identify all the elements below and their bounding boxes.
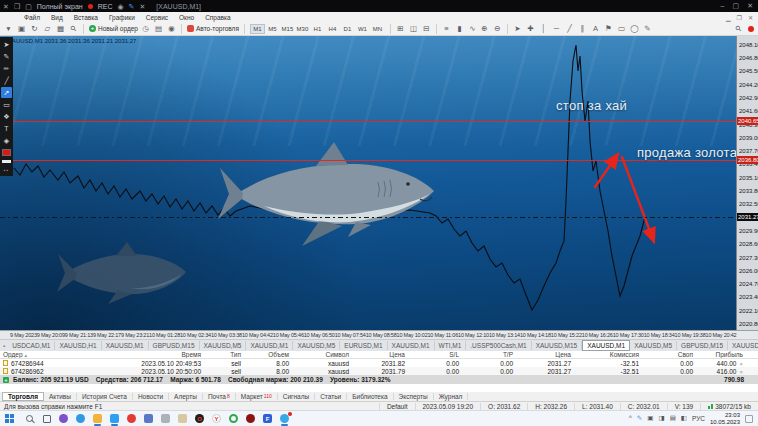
tray-expand-icon[interactable]: ^ xyxy=(629,415,632,422)
blur-tool-icon[interactable]: ❖ xyxy=(1,111,12,122)
arrange-vertical-icon[interactable]: ⊟ xyxy=(422,25,431,33)
menu-item-вид[interactable]: Вид xyxy=(51,14,63,21)
chart-tab[interactable]: XAUUSD,M5 xyxy=(293,341,340,350)
tile-windows-icon[interactable]: ▦ xyxy=(56,25,65,33)
window-region-icon[interactable]: ❒ xyxy=(14,3,20,10)
rectangle-tool-icon[interactable]: ▭ xyxy=(1,99,12,110)
child-close-icon[interactable]: ✕ xyxy=(748,14,753,21)
app-gray-window[interactable] xyxy=(161,414,170,423)
line-tool-icon[interactable]: ╱ xyxy=(1,75,12,86)
column-header[interactable]: Прибыль xyxy=(696,351,746,358)
tray-volume-icon[interactable]: ◧ xyxy=(681,415,687,422)
taskbar-search-icon[interactable] xyxy=(26,415,33,422)
recorder-close-icon[interactable]: ✕ xyxy=(3,3,9,10)
column-header[interactable]: Своп xyxy=(642,351,696,358)
column-header[interactable]: Символ xyxy=(292,351,352,358)
toolbox-tab-торговля[interactable]: Торговля xyxy=(2,392,44,401)
toolbox-tab-библиотека[interactable]: Библиотека xyxy=(347,393,393,400)
tray-language[interactable]: РУС xyxy=(692,415,705,422)
search-icon[interactable]: ⚲ xyxy=(733,23,745,35)
toolbox-tab-эксперты[interactable]: Эксперты xyxy=(394,393,434,400)
zoom-in-icon[interactable]: ⊕ xyxy=(480,25,489,33)
menu-item-сервис[interactable]: Сервис xyxy=(146,14,168,21)
eraser-tool-icon[interactable]: ◈ xyxy=(1,135,12,146)
chart-tab[interactable]: GBPUSD,M15 xyxy=(149,341,200,350)
more-objects-icon[interactable]: ✎ xyxy=(643,25,652,33)
pen-tool-icon[interactable]: ✎ xyxy=(1,51,12,62)
menu-item-справка[interactable]: Справка xyxy=(205,14,231,21)
print-icon[interactable]: ▤ xyxy=(154,25,163,33)
text-icon[interactable]: A xyxy=(591,25,600,33)
zoom-out-icon[interactable]: ⊖ xyxy=(493,25,502,33)
toolbox-tab-статьи[interactable]: Статьи xyxy=(315,393,347,400)
chart-tab[interactable]: WTI,M1 xyxy=(435,341,467,350)
tray-mic-icon[interactable]: ◨ xyxy=(658,415,664,422)
start-button[interactable] xyxy=(5,414,14,423)
draw-pen-icon[interactable]: ✎ xyxy=(129,3,135,10)
timeframe-m15[interactable]: M15 xyxy=(280,24,295,34)
candles-chart-icon[interactable]: ▮ xyxy=(455,25,464,33)
app-recorder[interactable] xyxy=(246,414,255,423)
equidistant-channel-icon[interactable]: ∥ xyxy=(578,25,587,33)
arrow-tool-icon[interactable]: ↗ xyxy=(1,87,12,98)
vertical-line-icon[interactable]: │ xyxy=(539,25,548,33)
app-file-explorer[interactable] xyxy=(93,414,102,423)
timeframe-h4[interactable]: H4 xyxy=(325,24,340,34)
app-purple[interactable] xyxy=(59,414,68,423)
chart-canvas[interactable]: XAUUSD,M1 2031.36 2031.36 2031.21 2031.2… xyxy=(0,36,736,330)
app-green-ring[interactable] xyxy=(229,414,238,423)
window-select-icon[interactable]: ▢ xyxy=(25,3,32,10)
toolbox-tab-маркет[interactable]: Маркет110 xyxy=(236,393,278,400)
cursor-icon[interactable]: ➤ xyxy=(513,25,522,33)
column-header[interactable]: Цена xyxy=(352,351,408,358)
chart-window-icon[interactable]: ▣ xyxy=(17,25,26,33)
profile-name[interactable]: Default xyxy=(379,403,415,410)
menu-item-графики[interactable]: Графики xyxy=(109,14,135,21)
recorder-stop-icon[interactable]: ✕ xyxy=(139,3,145,10)
chart-tab[interactable]: XAUUSD,M1 xyxy=(582,340,630,351)
tray-clock[interactable]: 23:03 10.05.2023 xyxy=(710,412,740,426)
menu-item-окно[interactable]: Окно xyxy=(179,14,194,21)
column-header[interactable]: Комиссия xyxy=(574,351,642,358)
rec-label[interactable]: REC xyxy=(98,3,113,10)
color-swatch-red[interactable] xyxy=(2,149,11,156)
app-calculator[interactable] xyxy=(144,414,153,423)
chart-tab[interactable]: XAUUSD,H1 xyxy=(55,341,101,350)
ellipse-icon[interactable]: ◯ xyxy=(630,25,639,33)
timeframe-m30[interactable]: M30 xyxy=(295,24,310,34)
app-messenger[interactable] xyxy=(280,414,289,423)
refresh-icon[interactable]: ↻ xyxy=(30,25,39,33)
app-yandex[interactable]: Y xyxy=(212,414,221,423)
chart-tab[interactable]: XAUUSD,M1 xyxy=(246,341,293,350)
app-edge-browser[interactable] xyxy=(76,414,85,423)
close-icon[interactable]: ✕ xyxy=(747,2,753,10)
fullscreen-mode-label[interactable]: Полный экран xyxy=(37,3,83,10)
column-header[interactable]: Тип xyxy=(204,351,244,358)
chart-tab[interactable]: XAUUSD,M5 xyxy=(630,341,677,350)
chart-tab[interactable]: XAUUSD,M1 xyxy=(728,341,758,350)
chart-tab[interactable]: XAUUSD,M5 xyxy=(200,341,247,350)
column-header[interactable]: Объем xyxy=(244,351,292,358)
chart-tab[interactable]: XAUUSD,M15 xyxy=(532,341,583,350)
app-f-tile[interactable]: F xyxy=(263,414,272,423)
menu-item-файл[interactable]: Файл xyxy=(24,14,40,21)
task-view-icon[interactable] xyxy=(43,415,51,423)
app-red-browser[interactable] xyxy=(127,414,136,423)
column-header[interactable]: T/P xyxy=(462,351,516,358)
tray-network-icon[interactable]: ▤ xyxy=(670,415,676,422)
chart-tab[interactable]: XAUUSD,M1 xyxy=(102,341,149,350)
web-icon[interactable]: ◉ xyxy=(167,25,176,33)
marker-tool-icon[interactable]: ✏ xyxy=(1,63,12,74)
close-position-icon[interactable]: × xyxy=(739,361,743,367)
app-mail[interactable] xyxy=(110,414,119,423)
cursor-tool-icon[interactable]: ➤ xyxy=(1,39,12,50)
timeframe-h1[interactable]: H1 xyxy=(310,24,325,34)
position-row[interactable]: 6742869622023.05.10 20:50:00sell8.00xauu… xyxy=(0,367,758,375)
child-restore-icon[interactable]: ❐ xyxy=(737,14,742,21)
timeframe-mn[interactable]: MN xyxy=(370,24,385,34)
orders-table-header[interactable]: Ордер▴ВремяТипОбъемСимволЦенаS/LT/PЦенаК… xyxy=(0,351,758,359)
menu-item-вставка[interactable]: Вставка xyxy=(74,14,98,21)
column-header[interactable]: S/L xyxy=(408,351,462,358)
column-header[interactable]: Время xyxy=(86,351,204,358)
toolbox-tab-алерты[interactable]: Алерты xyxy=(169,393,203,400)
